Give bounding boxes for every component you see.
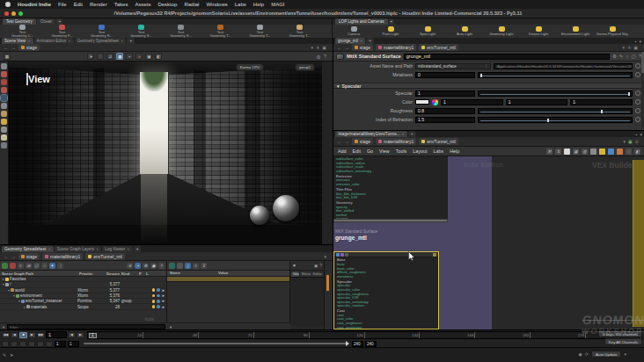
pane-tab-grunge-mtl[interactable]: grunge_mtl✕ bbox=[335, 38, 365, 44]
selected-attribute-row[interactable] bbox=[167, 277, 289, 282]
network-menu-item[interactable]: Add bbox=[338, 148, 347, 154]
breadcrumb-chip[interactable]: materiallibrary1 bbox=[376, 44, 416, 51]
back-icon[interactable]: ← bbox=[337, 139, 341, 144]
breadcrumb-chip[interactable]: envTunnel_mtl bbox=[85, 253, 125, 260]
toolbox-icon[interactable] bbox=[1, 119, 7, 125]
image-icon[interactable] bbox=[608, 148, 614, 155]
back-icon[interactable]: ← bbox=[4, 254, 8, 259]
shelf-tool[interactable]: Test Geometry S... bbox=[162, 25, 200, 39]
select-arrow-icon[interactable]: ➤ bbox=[162, 293, 165, 298]
breadcrumb-chip[interactable]: stage bbox=[352, 138, 373, 145]
snapshot-icon[interactable]: ▣ bbox=[628, 139, 633, 144]
roughness-field[interactable]: 0.8 bbox=[415, 108, 475, 114]
menu-item[interactable]: Windows bbox=[206, 2, 227, 7]
metalness-field[interactable]: 0 bbox=[415, 72, 475, 78]
revert-icon[interactable] bbox=[635, 63, 640, 69]
specular-slider[interactable] bbox=[478, 90, 633, 97]
close-tab-icon[interactable]: ✕ bbox=[48, 247, 51, 251]
toolbox-icon[interactable] bbox=[1, 142, 7, 148]
network-canvas[interactable]: Indie Edition VEX Builder subsurface_col… bbox=[333, 156, 644, 329]
shelf-tab-lop-lights[interactable]: LOP Lights and Cameras bbox=[335, 18, 388, 25]
inspector-tab[interactable]: Metadata bbox=[300, 272, 311, 277]
shelf-tool[interactable]: Test Geometry T... bbox=[281, 25, 318, 39]
brush-icon[interactable]: ✎ bbox=[619, 54, 624, 60]
play-icon[interactable]: ▶ bbox=[28, 332, 36, 338]
network-menu-item[interactable]: View bbox=[379, 148, 390, 154]
twisty-icon[interactable]: ▾ bbox=[8, 288, 10, 293]
shelf-tool[interactable]: Karma Physical Sky bbox=[595, 26, 630, 36]
twisty-icon[interactable]: ▾ bbox=[18, 299, 20, 303]
keyframe-tool-icon[interactable] bbox=[28, 341, 35, 347]
pane-tab[interactable]: Log Viewer✕ bbox=[102, 246, 132, 252]
breadcrumb-chip[interactable]: materiallibrary1 bbox=[376, 138, 416, 145]
neighbor-node-edge[interactable] bbox=[633, 160, 644, 327]
toolbox-icon[interactable] bbox=[1, 103, 7, 109]
breadcrumb-chip[interactable]: materiallibrary1 bbox=[42, 253, 83, 260]
shelf-tool[interactable]: Test Geometry P... bbox=[43, 25, 81, 39]
network-menu-item[interactable]: Go bbox=[367, 148, 373, 154]
chevron-down-icon[interactable]: ▾ bbox=[639, 39, 641, 44]
next-frame-icon[interactable]: ▶ bbox=[77, 332, 84, 338]
keyframe-tool-icon[interactable] bbox=[11, 341, 18, 347]
gear-icon[interactable]: ⚙ bbox=[316, 54, 320, 60]
shelf-tool[interactable]: Area Light bbox=[447, 26, 482, 36]
slash-icon[interactable]: ⋮ bbox=[57, 263, 63, 269]
shelf-tool[interactable]: Test Geometry S... bbox=[122, 25, 160, 39]
back-icon[interactable]: ← bbox=[337, 45, 341, 50]
key-all-channels-button[interactable]: Key All Channels bbox=[604, 338, 642, 345]
edit-icon[interactable]: ✎ bbox=[3, 352, 6, 358]
toolbox-icon[interactable] bbox=[1, 87, 7, 93]
twisty-icon[interactable]: ▾ bbox=[13, 293, 15, 298]
current-frame-field[interactable]: 1 bbox=[46, 331, 67, 338]
renderer-pill[interactable]: Karma CPU bbox=[236, 63, 264, 71]
specular-section-header[interactable]: ▾ Specular bbox=[333, 83, 644, 89]
window-controls[interactable] bbox=[0, 11, 27, 16]
shelf-tool[interactable]: Test Geometry R... bbox=[83, 25, 121, 39]
solo-flag-icon[interactable] bbox=[152, 300, 156, 303]
asset-name-select[interactable]: mtlxstandard_surface⋮ bbox=[415, 63, 491, 69]
asset-path-field[interactable]: /Applications/Houdini/Houdini20.5.323/Fr… bbox=[494, 63, 633, 69]
draw-flag-icon[interactable] bbox=[157, 305, 160, 308]
color-g-field[interactable]: 1 bbox=[506, 99, 568, 105]
shelf-tool[interactable]: Spot Light bbox=[410, 26, 445, 36]
roughness-slider[interactable] bbox=[478, 108, 633, 114]
camera-icon[interactable]: ▣ bbox=[150, 263, 157, 269]
metalness-slider[interactable] bbox=[478, 72, 633, 78]
toolbox-icon[interactable] bbox=[1, 79, 7, 85]
color-wheel-icon[interactable] bbox=[432, 99, 438, 105]
menu-item[interactable]: Desktop bbox=[157, 2, 177, 7]
apple-menu-icon[interactable] bbox=[5, 2, 11, 7]
shelf-tool[interactable]: Test Geometry C... bbox=[4, 25, 41, 39]
breadcrumb-chip[interactable]: envTunnel_mtl bbox=[419, 138, 458, 145]
camera-icon[interactable]: ▣ bbox=[314, 264, 318, 268]
refresh-icon[interactable]: ⟳ bbox=[585, 351, 589, 357]
toolbox-icon[interactable] bbox=[1, 71, 7, 77]
snap-grid-icon[interactable]: ▦ bbox=[4, 53, 11, 60]
keyframe-tool-icon[interactable] bbox=[46, 341, 53, 347]
menu-item[interactable]: MAGI bbox=[271, 2, 284, 7]
jump-start-icon[interactable]: ◀◀ bbox=[2, 332, 10, 338]
viewport-tool-icon[interactable]: ⇄ bbox=[106, 53, 113, 60]
close-tab-icon[interactable]: ✕ bbox=[27, 39, 30, 43]
magnify-icon[interactable]: ○ bbox=[626, 54, 628, 60]
forward-icon[interactable]: → bbox=[11, 254, 15, 259]
network-menu-item[interactable]: Tools bbox=[396, 148, 407, 154]
specular-field[interactable]: 1 bbox=[415, 90, 475, 97]
menu-item[interactable]: Takes bbox=[114, 2, 128, 7]
shelf-tool[interactable]: Environment Light bbox=[558, 26, 593, 36]
rows-icon[interactable]: ≡ bbox=[193, 263, 199, 269]
new-pane-tab-button[interactable]: + bbox=[408, 131, 416, 137]
chevron-down-icon[interactable]: ▾ bbox=[324, 254, 326, 259]
split-pane-icon[interactable]: ▣ bbox=[633, 45, 638, 50]
revert-icon[interactable] bbox=[635, 99, 640, 105]
pin-icon[interactable]: ✛ bbox=[316, 45, 319, 50]
chevron-down-icon[interactable]: ▾ bbox=[624, 139, 626, 144]
menu-item[interactable]: Help bbox=[253, 2, 264, 7]
revert-icon[interactable] bbox=[635, 117, 640, 122]
solo-flag-icon[interactable] bbox=[152, 288, 156, 292]
keyframe-tool-icon[interactable] bbox=[2, 341, 9, 347]
chevron-down-icon[interactable]: ▾ bbox=[623, 45, 626, 50]
scenegraph-row[interactable]: ▸ materials Scope 28 ➤ bbox=[0, 304, 166, 309]
range-slider[interactable] bbox=[84, 343, 348, 344]
shelf-tool[interactable]: Test Geometry T... bbox=[201, 25, 239, 39]
